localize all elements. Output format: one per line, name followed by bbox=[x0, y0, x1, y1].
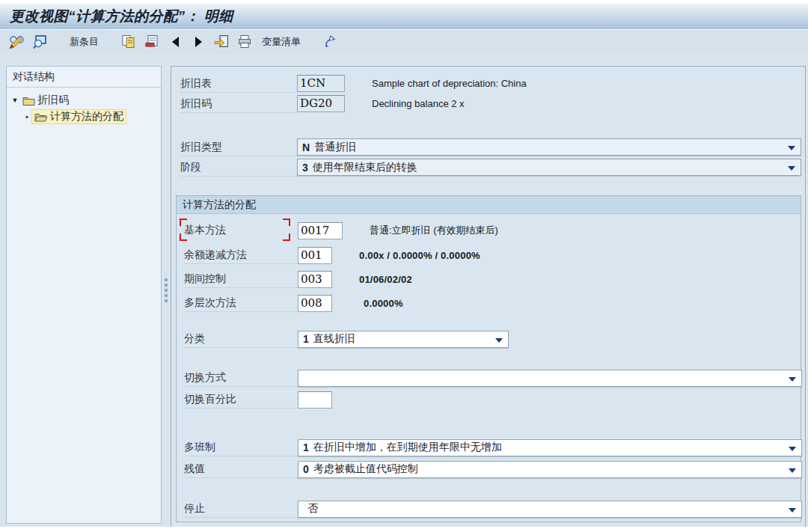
sap-window: 更改视图“计算方法的分配”： 明细 新条目 bbox=[0, 0, 808, 532]
declining-balance-method-field[interactable]: 001 bbox=[298, 247, 332, 264]
depreciation-key-field[interactable]: DG20 bbox=[297, 95, 345, 112]
field-label-chart-of-depreciation: 折旧表 bbox=[180, 75, 297, 93]
changeover-percent-field[interactable] bbox=[298, 391, 332, 409]
phase-dropdown[interactable]: 3 使用年限结束后的转换 bbox=[297, 159, 801, 176]
next-entry-icon[interactable] bbox=[189, 33, 207, 51]
previous-entry-icon[interactable] bbox=[166, 33, 184, 51]
page-title: 更改视图“计算方法的分配”： 明细 bbox=[0, 7, 233, 26]
change-display-toggle-icon[interactable] bbox=[7, 33, 25, 51]
field-label-shutdown: 停止 bbox=[184, 500, 298, 518]
field-label-period-control: 期间控制 bbox=[184, 270, 298, 288]
chevron-down-icon bbox=[788, 146, 795, 150]
delete-entry-icon[interactable] bbox=[143, 33, 161, 51]
base-method-field[interactable]: 0017 bbox=[298, 222, 343, 239]
copy-entry-icon[interactable] bbox=[120, 33, 138, 51]
multilevel-method-desc: 0.0000% bbox=[364, 298, 403, 309]
chevron-down-icon bbox=[789, 447, 796, 451]
field-label-phase: 阶段 bbox=[180, 159, 297, 177]
chevron-down-icon bbox=[495, 338, 503, 343]
tree-item-label: 计算方法的分配 bbox=[50, 110, 123, 123]
field-label-declining-balance-method: 余额递减方法 bbox=[184, 246, 298, 264]
scrap-value-dropdown[interactable]: 0 考虑被截止值代码控制 bbox=[298, 461, 802, 478]
field-label-multilevel-method: 多层次方法 bbox=[184, 294, 298, 312]
dialog-structure-header: 对话结构 bbox=[7, 67, 161, 88]
field-label-depreciation-type: 折旧类型 bbox=[180, 138, 297, 156]
tree-bullet-icon: • bbox=[22, 112, 32, 121]
changeover-method-dropdown[interactable] bbox=[298, 370, 802, 387]
field-label-depreciation-key: 折旧码 bbox=[180, 95, 297, 113]
multiple-shift-dropdown[interactable]: 1 在折旧中增加，在到期使用年限中无增加 bbox=[298, 439, 802, 456]
title-bar: 更改视图“计算方法的分配”： 明细 bbox=[0, 3, 808, 30]
tree-item-calc-method-assignment[interactable]: • 计算方法的分配 bbox=[10, 108, 158, 125]
application-toolbar: 新条目 bbox=[0, 29, 808, 54]
detail-form-panel: 折旧表 1CN Sample chart of depreciation: Ch… bbox=[171, 66, 806, 528]
panel-splitter[interactable] bbox=[163, 278, 168, 308]
variable-list-button[interactable]: 变量清单 bbox=[259, 33, 304, 51]
workspace: 对话结构 ▼ 折旧码 • bbox=[0, 54, 808, 527]
chart-of-depreciation-field[interactable]: 1CN bbox=[297, 75, 345, 92]
dialog-structure-panel: 对话结构 ▼ 折旧码 • bbox=[6, 66, 162, 524]
field-label-changeover-percent: 切换百分比 bbox=[184, 391, 298, 409]
period-control-desc: 01/06/02/02 bbox=[359, 274, 412, 285]
chevron-down-icon bbox=[789, 468, 796, 473]
tree-expander-icon[interactable]: ▼ bbox=[10, 97, 20, 104]
new-entries-button[interactable]: 新条目 bbox=[67, 33, 102, 51]
declining-balance-method-desc: 0.00x / 0.0000% / 0.0000% bbox=[359, 250, 480, 261]
other-entry-icon[interactable] bbox=[212, 33, 230, 51]
open-folder-icon bbox=[34, 112, 48, 122]
chevron-down-icon bbox=[789, 508, 796, 513]
skip-icon[interactable] bbox=[322, 33, 340, 51]
base-method-desc: 普通:立即折旧 (有效期结束后) bbox=[370, 224, 498, 237]
field-label-classification: 分类 bbox=[184, 330, 298, 348]
field-label-changeover-method: 切换方式 bbox=[184, 369, 298, 387]
tree-item-label: 折旧码 bbox=[37, 94, 69, 107]
field-label-scrap-value: 残值 bbox=[184, 460, 298, 478]
bottom-margin bbox=[0, 527, 808, 532]
depreciation-type-dropdown[interactable]: N 普通折旧 bbox=[297, 138, 801, 156]
closed-folder-icon bbox=[22, 96, 35, 106]
groupbox-title: 计算方法的分配 bbox=[177, 196, 801, 214]
dialog-structure-tree: ▼ 折旧码 • bbox=[7, 88, 161, 129]
period-control-field[interactable]: 003 bbox=[298, 271, 332, 288]
depreciation-key-desc: Declining balance 2 x bbox=[372, 98, 465, 109]
multilevel-method-field[interactable]: 008 bbox=[298, 295, 332, 312]
tree-item-depreciation-key[interactable]: ▼ 折旧码 bbox=[10, 92, 158, 108]
print-icon[interactable] bbox=[236, 33, 254, 51]
display-view-icon[interactable] bbox=[31, 33, 49, 51]
field-label-multiple-shift: 多班制 bbox=[184, 438, 298, 456]
field-label-base-method: 基本方法 bbox=[184, 221, 298, 239]
chevron-down-icon bbox=[788, 166, 795, 171]
chevron-down-icon bbox=[789, 377, 796, 382]
classification-dropdown[interactable]: 1 直线折旧 bbox=[298, 331, 509, 348]
calc-method-groupbox: 计算方法的分配 基本方法 0017 普通:立即折旧 (有效期结束后) 余额递减方… bbox=[176, 195, 801, 522]
shutdown-dropdown[interactable]: 否 bbox=[298, 501, 802, 518]
chart-of-depreciation-desc: Sample chart of depreciation: China bbox=[372, 78, 527, 89]
